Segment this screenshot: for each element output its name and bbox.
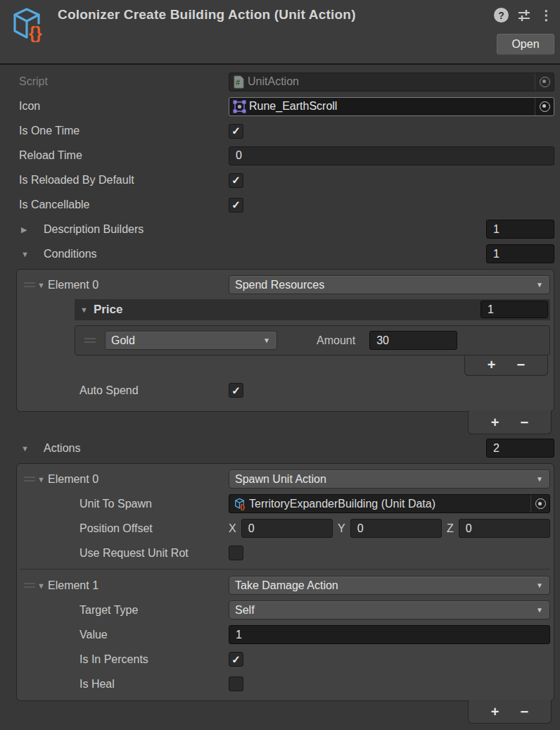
actions-size-field[interactable]: 2 [486, 439, 554, 458]
is-in-percents-row: Is In Percents ✓ [20, 649, 550, 669]
unit-to-spawn-object-name: TerritoryExpanderBuilding (Unit Data) [249, 498, 530, 510]
is-one-time-label: Is One Time [19, 125, 79, 137]
chevron-down-icon: ▼ [536, 475, 543, 483]
drag-handle-icon[interactable] [75, 338, 105, 343]
open-button[interactable]: Open [497, 34, 554, 55]
use-request-unit-rot-checkbox[interactable] [229, 546, 243, 560]
auto-spend-checkbox[interactable]: ✓ [229, 383, 243, 398]
actions-element1-row: ▼ Element 1 Take Damage Action ▼ [20, 575, 550, 596]
add-element-button[interactable]: + [491, 705, 499, 719]
position-x-field[interactable]: 0 [241, 519, 333, 538]
is-cancellable-checkbox[interactable]: ✓ [229, 198, 243, 213]
is-heal-label: Is Heal [79, 678, 115, 691]
actions-list-footer: + − [468, 700, 552, 724]
script-row: Script # UnitAction [0, 72, 560, 92]
resource-value: Gold [111, 334, 135, 347]
is-reloaded-by-default-checkbox[interactable]: ✓ [229, 173, 243, 188]
object-picker-icon [535, 73, 554, 91]
foldout-open-icon[interactable]: ▼ [37, 281, 45, 289]
x-axis-label: X [229, 522, 236, 535]
description-builders-size-field[interactable]: 1 [486, 220, 554, 239]
remove-element-button[interactable]: − [517, 358, 526, 372]
object-picker-icon[interactable] [535, 98, 554, 115]
position-z-field[interactable]: 0 [459, 519, 550, 538]
foldout-open-icon[interactable]: ▼ [37, 581, 45, 590]
icon-object-field[interactable]: Rune_EarthScroll [229, 97, 554, 116]
resource-dropdown[interactable]: Gold ▼ [105, 331, 277, 350]
conditions-row[interactable]: ▼ Conditions 1 [0, 244, 560, 264]
description-builders-row[interactable]: ▶ Description Builders 1 [0, 220, 560, 239]
conditions-size-field[interactable]: 1 [486, 244, 554, 263]
drag-handle-icon[interactable] [24, 583, 35, 588]
value-row: Value 1 [20, 624, 550, 645]
is-one-time-row: Is One Time ✓ [0, 121, 560, 141]
value-field[interactable]: 1 [229, 625, 550, 644]
action-type-dropdown[interactable]: Spawn Unit Action ▼ [229, 470, 550, 489]
is-reloaded-by-default-label: Is Reloaded By Default [19, 174, 134, 187]
position-offset-label: Position Offset [79, 522, 153, 535]
reload-time-label: Reload Time [19, 149, 82, 162]
amount-field[interactable]: 30 [369, 331, 457, 350]
unit-to-spawn-row: Unit To Spawn {} TerritoryExpanderBuildi… [20, 493, 550, 514]
inspector-body: Script # UnitAction Icon [0, 65, 560, 724]
conditions-list-footer: + − [468, 410, 552, 434]
remove-element-button[interactable]: − [521, 415, 529, 429]
component-title: Colonizer Create Building Action (Unit A… [58, 7, 356, 23]
svg-text:{}: {} [240, 503, 245, 510]
action-type-dropdown[interactable]: Take Damage Action ▼ [229, 576, 550, 595]
foldout-closed-icon[interactable]: ▶ [21, 225, 27, 234]
reload-time-row: Reload Time 0 [0, 146, 560, 165]
foldout-open-icon[interactable]: ▼ [21, 250, 29, 258]
price-size-field[interactable]: 1 [481, 301, 548, 318]
condition-type-value: Spend Resources [235, 279, 324, 291]
script-object-name: UnitAction [248, 75, 535, 88]
actions-row[interactable]: ▼ Actions 2 [0, 439, 560, 458]
unit-to-spawn-object-field[interactable]: {} TerritoryExpanderBuilding (Unit Data) [229, 494, 550, 513]
is-one-time-checkbox[interactable]: ✓ [229, 124, 243, 139]
description-builders-label: Description Builders [44, 223, 144, 236]
add-element-button[interactable]: + [491, 415, 499, 429]
foldout-open-icon[interactable]: ▼ [37, 475, 45, 484]
condition-type-dropdown[interactable]: Spend Resources ▼ [229, 275, 550, 294]
scriptable-object-icon: {} [7, 4, 46, 44]
foldout-open-icon[interactable]: ▼ [21, 444, 29, 453]
drag-handle-icon[interactable] [24, 282, 35, 287]
price-header-row[interactable]: ▼ Price 1 [75, 299, 550, 320]
icon-label: Icon [19, 100, 40, 113]
price-list-footer: + − [464, 354, 548, 376]
foldout-open-icon[interactable]: ▼ [80, 306, 88, 314]
drag-handle-icon[interactable] [24, 477, 35, 482]
icon-object-name: Rune_EarthScroll [249, 100, 535, 113]
svg-text:{}: {} [29, 23, 42, 42]
help-icon[interactable]: ? [494, 8, 509, 23]
conditions-list-box: ▼ Element 0 Spend Resources ▼ ▼ Price 1 [16, 269, 554, 412]
position-offset-row: Position Offset X 0 Y 0 Z 0 [20, 518, 550, 539]
chevron-down-icon: ▼ [536, 606, 543, 614]
presets-icon[interactable] [517, 8, 531, 23]
svg-text:#: # [236, 78, 240, 87]
chevron-down-icon: ▼ [536, 581, 543, 589]
kebab-menu-icon[interactable]: ⋮ [540, 8, 553, 22]
auto-spend-row: Auto Spend ✓ [20, 380, 550, 401]
chevron-down-icon: ▼ [536, 281, 543, 289]
script-label: Script [19, 75, 48, 88]
position-y-field[interactable]: 0 [350, 519, 442, 538]
reload-time-field[interactable]: 0 [229, 146, 554, 165]
remove-element-button[interactable]: − [521, 705, 529, 719]
conditions-element0-row: ▼ Element 0 Spend Resources ▼ [20, 275, 550, 295]
element0-label: Element 0 [48, 473, 98, 486]
object-picker-icon[interactable] [530, 495, 549, 512]
csharp-script-icon: # [233, 75, 245, 89]
conditions-label: Conditions [44, 248, 97, 260]
is-in-percents-checkbox[interactable]: ✓ [229, 652, 243, 667]
target-type-dropdown[interactable]: Self ▼ [229, 600, 550, 619]
price-label: Price [94, 303, 123, 317]
is-reloaded-by-default-row: Is Reloaded By Default ✓ [0, 170, 560, 190]
target-type-label: Target Type [79, 604, 138, 617]
icon-row: Icon [0, 96, 560, 116]
is-heal-row: Is Heal [20, 674, 550, 694]
element1-label: Element 1 [48, 579, 98, 592]
is-heal-checkbox[interactable] [229, 676, 243, 691]
price-element-row: Gold ▼ Amount 30 [75, 325, 550, 355]
add-element-button[interactable]: + [488, 358, 496, 372]
